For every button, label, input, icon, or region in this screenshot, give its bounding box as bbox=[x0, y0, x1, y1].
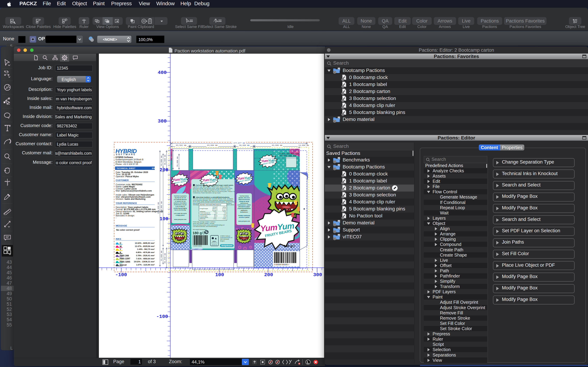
svg-text:93,000 mm: 93,000 mm bbox=[272, 144, 282, 146]
svg-text:makeisissa ja: makeisissa ja bbox=[240, 202, 248, 204]
svg-text:160,001 mm: 160,001 mm bbox=[160, 201, 163, 213]
svg-text:of which saturated fat: of which saturated fat bbox=[200, 212, 210, 214]
svg-text:℧: ℧ bbox=[293, 244, 295, 248]
svg-text:Salt/Suolaa: Salt/Suolaa bbox=[200, 218, 206, 219]
svg-text:designboard: designboard bbox=[221, 244, 232, 247]
svg-text:10.02% - 6695,92 mm²: 10.02% - 6695,92 mm² bbox=[135, 242, 155, 244]
svg-text:PMS 2297: PMS 2297 bbox=[120, 257, 130, 260]
svg-text:200: 200 bbox=[264, 272, 273, 277]
svg-text:Mail: lydia.lucas@marshlabels.: Mail: lydia.lucas@marshlabels.com bbox=[116, 190, 152, 192]
svg-text:Furthermore, we put: Furthermore, we put bbox=[174, 204, 187, 206]
svg-text:Annos 25g, pakkaus sisältää 7: Annos 25g, pakkaus sisältää 7 annosta. bbox=[193, 223, 215, 224]
svg-text:39,000 mm: 39,000 mm bbox=[176, 156, 179, 167]
svg-text:21 g: 21 g bbox=[224, 214, 226, 215]
svg-text:6.85% - 4576,86 mm²: 6.85% - 4576,86 mm² bbox=[136, 251, 155, 253]
svg-text:Sokeroituja hedelmä- ja salmia: Sokeroituja hedelmä- ja salmiakkilakrits… bbox=[196, 197, 230, 198]
svg-text:U: U bbox=[342, 210, 344, 212]
svg-text:Portion 25g, package contains: Portion 25g, package contains 7 portions… bbox=[193, 221, 216, 223]
svg-text:U: U bbox=[342, 217, 344, 219]
svg-text:a lot of effort in: a lot of effort in bbox=[175, 206, 185, 207]
svg-text:14 g: 14 g bbox=[224, 215, 226, 217]
svg-text:U: U bbox=[342, 175, 344, 177]
svg-text:0,26 g: 0,26 g bbox=[223, 218, 226, 219]
svg-text:Lue lisää annoskoosta: www.for: Lue lisää annoskoosta: www.forbettereati… bbox=[193, 226, 217, 227]
svg-text:0 g: 0 g bbox=[215, 212, 216, 214]
svg-text:INKS: INKS bbox=[116, 238, 121, 240]
svg-text:93,501 mm: 93,501 mm bbox=[176, 144, 186, 146]
svg-text:39,999 mm: 39,999 mm bbox=[239, 144, 250, 146]
svg-text:Phone: +32 0 329 57 53: Phone: +32 0 329 57 53 bbox=[115, 163, 138, 166]
svg-text:of which sugars: of which sugars bbox=[200, 215, 207, 217]
svg-text:1.44% - 962,70 mm²: 1.44% - 962,70 mm² bbox=[137, 248, 155, 250]
svg-text:U: U bbox=[334, 224, 336, 226]
svg-text:U: U bbox=[342, 78, 344, 81]
svg-text:TECHNICAL SHEET: TECHNICAL SHEET bbox=[116, 167, 135, 169]
svg-text:1,0 g: 1,0 g bbox=[223, 217, 226, 218]
svg-text:Net weight:/Nettopaino:: Net weight:/Nettopaino: bbox=[193, 229, 207, 230]
svg-text:pakkausten: pakkausten bbox=[241, 210, 248, 211]
svg-text:(E270, E325), aromit, kokonaan: (E270, E325), aromit, kokonaan kovetettu… bbox=[193, 201, 234, 202]
svg-text:Nutrition Information/Ravintoa: Nutrition Information/Ravintoarvo bbox=[200, 204, 221, 206]
svg-text:Ainesosat: sokeri, glukoosisii: Ainesosat: sokeri, glukoosisiirappi, muu… bbox=[193, 198, 233, 200]
svg-text:3.78% - 2526,41 mm²: 3.78% - 2526,41 mm² bbox=[136, 254, 155, 257]
svg-text:a happy place!: a happy place! bbox=[176, 214, 185, 216]
svg-text:C: C bbox=[120, 242, 121, 244]
svg-text:ammonium chloride, salt, liquo: ammonium chloride, salt, liquorice extra… bbox=[193, 188, 233, 189]
svg-text:100: 100 bbox=[215, 272, 224, 277]
svg-text:U: U bbox=[342, 182, 344, 184]
svg-text:Barcodes in design:: Barcodes in design: bbox=[116, 214, 135, 217]
svg-text:U: U bbox=[342, 189, 344, 191]
svg-text:32,000 mm: 32,000 mm bbox=[160, 156, 163, 166]
svg-text:www.yumyum.com: www.yumyum.com bbox=[238, 220, 250, 222]
svg-text:U: U bbox=[334, 71, 336, 74]
svg-text:onnellinen paikka!: onnellinen paikka! bbox=[239, 217, 249, 218]
svg-text:Belgium: Belgium bbox=[220, 240, 225, 242]
svg-text:℧: ℧ bbox=[202, 231, 205, 235]
svg-text:PEFC: PEFC bbox=[212, 241, 216, 242]
svg-text:K: K bbox=[120, 251, 121, 254]
svg-text:180 g: 180 g bbox=[192, 231, 202, 235]
svg-text:MESSAGE: MESSAGE bbox=[116, 224, 127, 227]
svg-text:say that we do not: say that we do not bbox=[175, 197, 186, 199]
svg-text:ympäristöystävällisten: ympäristöystävällisten bbox=[237, 208, 251, 209]
svg-text:suklaissamme. Lisäksi: suklaissamme. Lisäksi bbox=[237, 204, 251, 206]
svg-text:354 kcal: 354 kcal bbox=[212, 209, 216, 211]
svg-text:M: M bbox=[120, 245, 122, 248]
svg-text:300: 300 bbox=[313, 272, 322, 277]
svg-text:Guldensporenpark 18: Guldensporenpark 18 bbox=[220, 237, 232, 238]
svg-text:Diecut: Diecut bbox=[120, 264, 127, 266]
svg-text:No color correct proof: No color correct proof bbox=[116, 229, 140, 231]
svg-text:makuja tai värejä: makuja tai värejä bbox=[239, 201, 249, 202]
svg-text:producing packaging: producing packaging bbox=[174, 208, 187, 209]
svg-text:U: U bbox=[342, 100, 344, 101]
svg-text:use artificial flavours: use artificial flavours bbox=[174, 199, 187, 200]
svg-text:Production date/Valmistuspäivä: Production date/Valmistuspäivä: bbox=[279, 153, 300, 154]
svg-text:tuottamiseen.: tuottamiseen. bbox=[240, 211, 248, 213]
svg-text:HYBRID Software: HYBRID Software bbox=[115, 156, 133, 158]
svg-text:39,050 mm: 39,050 mm bbox=[164, 253, 166, 264]
svg-text:0 000000 000000 >: 0 000000 000000 > bbox=[274, 264, 289, 266]
svg-text:Y: Y bbox=[120, 248, 121, 250]
svg-text:180 g: 180 g bbox=[284, 244, 293, 248]
svg-text:277,977 mm: 277,977 mm bbox=[233, 142, 245, 144]
svg-text:300: 300 bbox=[158, 118, 167, 124]
svg-text:32,000 mm: 32,000 mm bbox=[171, 154, 173, 165]
svg-text:U: U bbox=[334, 120, 336, 123]
svg-text:(E153, E120, E141, E160a, E100: (E153, E120, E141, E160a, E100). Store i… bbox=[193, 191, 236, 192]
svg-text:0 g: 0 g bbox=[224, 212, 226, 214]
svg-text:U: U bbox=[342, 85, 344, 88]
svg-text:Ø/25g: Ø/25g bbox=[223, 207, 226, 208]
svg-text:U: U bbox=[334, 168, 336, 170]
svg-text:EN: EN bbox=[152, 167, 155, 169]
svg-text:Protein/Proteiinia: Protein/Proteiinia bbox=[200, 217, 208, 218]
svg-text:<0,5 g: <0,5 g bbox=[213, 211, 216, 212]
svg-text:Ingredients: sugar, glucose sy: Ingredients: sugar, glucose syrup, modif… bbox=[193, 186, 231, 188]
svg-text:Tehdään maailmasta: Tehdään maailmasta bbox=[238, 215, 250, 216]
svg-text:14,000 mm: 14,000 mm bbox=[298, 144, 309, 146]
svg-text:Ø/100g: Ø/100g bbox=[213, 207, 216, 208]
svg-text:U: U bbox=[334, 161, 336, 163]
svg-text:89 kcal: 89 kcal bbox=[222, 209, 226, 211]
svg-text:B-9820 Merelbeke, Belgium: B-9820 Merelbeke, Belgium bbox=[115, 161, 141, 163]
svg-text:YumYum is proud to: YumYum is proud to bbox=[174, 195, 187, 197]
svg-text:SOFTWARE: SOFTWARE bbox=[116, 153, 136, 156]
